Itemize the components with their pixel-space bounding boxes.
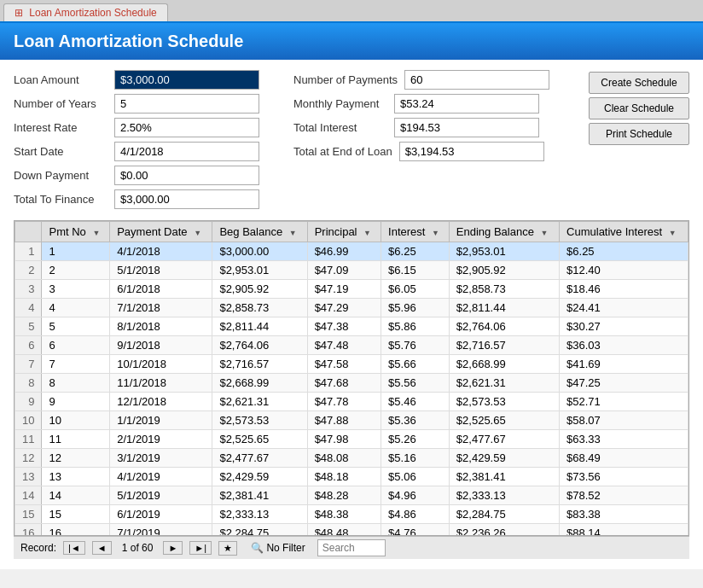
ending-balance-cell: $2,811.44 [449,299,559,317]
total-interest-label: Total Interest [293,121,387,134]
col-principal[interactable]: Principal ▼ [307,222,381,242]
interest-rate-label: Interest Rate [14,121,107,134]
table-row[interactable]: 8811/1/2018$2,668.99$47.68$5.56$2,621.31… [15,374,688,393]
payment-date-cell: 7/1/2018 [110,299,212,317]
table-row[interactable]: 669/1/2018$2,764.06$47.48$5.76$2,716.57$… [15,336,688,355]
ending-balance-cell: $2,716.57 [449,336,559,355]
total-end-loan-input[interactable] [399,142,544,161]
row-number: 1 [15,242,42,261]
principal-cell: $47.58 [307,355,381,374]
ending-balance-cell: $2,381.41 [449,468,559,486]
create-schedule-button[interactable]: Create Schedule [589,72,689,94]
cumulative-interest-cell: $78.52 [560,486,688,505]
num-years-input[interactable] [114,94,259,114]
buttons-col: Create Schedule Clear Schedule Print Sch… [589,70,689,145]
row-number: 5 [15,317,42,336]
table-row[interactable]: 10101/1/2019$2,573.53$47.88$5.36$2,525.6… [15,411,688,430]
row-number: 2 [15,261,42,280]
total-to-finance-input[interactable] [114,189,259,209]
interest-rate-input[interactable] [114,118,259,137]
table-row[interactable]: 13134/1/2019$2,429.59$48.18$5.06$2,381.4… [15,468,688,486]
payment-date-cell: 11/1/2018 [110,374,212,393]
cumulative-interest-cell: $30.27 [560,317,688,336]
principal-cell: $48.08 [307,449,381,468]
print-schedule-button[interactable]: Print Schedule [589,123,689,145]
table-row[interactable]: 11112/1/2019$2,525.65$47.98$5.26$2,477.6… [15,430,688,449]
page-title: Loan Amortization Schedule [14,32,243,50]
principal-cell: $47.19 [307,280,381,299]
amortization-table-container: Pmt No ▼ Payment Date ▼ Beg Balance ▼ Pr… [14,220,689,536]
left-form-col: Loan Amount Number of Years Interest Rat… [14,70,259,213]
ending-balance-cell: $2,525.65 [449,411,559,430]
ending-balance-cell: $2,333.13 [449,486,559,505]
col-beg-balance[interactable]: Beg Balance ▼ [212,222,307,242]
clear-schedule-button[interactable]: Clear Schedule [589,97,689,119]
table-row[interactable]: 7710/1/2018$2,716.57$47.58$5.66$2,668.99… [15,355,688,374]
principal-cell: $47.88 [307,411,381,430]
ending-balance-cell: $2,905.92 [449,261,559,280]
principal-cell: $47.98 [307,430,381,449]
table-row[interactable]: 14145/1/2019$2,381.41$48.28$4.96$2,333.1… [15,486,688,505]
col-ending-balance[interactable]: Ending Balance ▼ [449,222,559,242]
beg-balance-cell: $2,429.59 [212,468,307,486]
cumulative-interest-cell: $47.25 [560,374,688,393]
ending-balance-cell: $2,621.31 [449,374,559,393]
nav-next-button[interactable]: ► [163,541,183,555]
nav-last-button[interactable]: ►| [189,541,212,555]
interest-cell: $4.86 [381,505,450,524]
col-pmt-no[interactable]: Pmt No ▼ [42,222,110,242]
table-row[interactable]: 114/1/2018$3,000.00$46.99$6.25$2,953.01$… [15,242,688,261]
start-date-input[interactable] [114,142,259,161]
monthly-payment-input[interactable] [394,94,539,114]
principal-cell: $47.48 [307,336,381,355]
footer-bar: Record: |◄ ◄ 1 of 60 ► ►| ★ 🔍 No Filter [14,536,689,559]
nav-prev-button[interactable]: ◄ [92,541,112,555]
nav-first-button[interactable]: |◄ [63,541,85,555]
search-input[interactable] [317,539,386,556]
loan-amount-input[interactable] [114,70,259,90]
pmt-no-cell: 6 [42,336,110,355]
interest-cell: $4.96 [381,486,450,505]
col-payment-date[interactable]: Payment Date ▼ [110,222,212,242]
tab-loan-amortization[interactable]: ⊞ Loan Amortization Schedule [3,3,168,21]
total-interest-input[interactable] [394,118,539,137]
interest-cell: $5.76 [381,336,450,355]
table-row[interactable]: 336/1/2018$2,905.92$47.19$6.05$2,858.73$… [15,280,688,299]
payment-date-cell: 2/1/2019 [110,430,212,449]
nav-new-button[interactable]: ★ [218,541,237,556]
pmt-no-cell: 12 [42,449,110,468]
pmt-no-cell: 15 [42,505,110,524]
table-row[interactable]: 225/1/2018$2,953.01$47.09$6.15$2,905.92$… [15,261,688,280]
pmt-no-cell: 5 [42,317,110,336]
payment-date-cell: 3/1/2019 [110,449,212,468]
page-header: Loan Amortization Schedule [0,23,703,60]
pmt-no-cell: 3 [42,280,110,299]
beg-balance-cell: $2,668.99 [212,374,307,393]
row-number: 14 [15,486,42,505]
table-row[interactable]: 447/1/2018$2,858.73$47.29$5.96$2,811.44$… [15,299,688,317]
beg-balance-cell: $2,573.53 [212,411,307,430]
record-current: 1 of 60 [122,542,154,554]
principal-cell: $48.18 [307,468,381,486]
table-row[interactable]: 16167/1/2019$2,284.75$48.48$4.76$2,236.2… [15,524,688,537]
principal-cell: $48.28 [307,486,381,505]
principal-cell: $48.38 [307,505,381,524]
row-num-header [15,222,42,242]
table-row[interactable]: 12123/1/2019$2,477.67$48.08$5.16$2,429.5… [15,449,688,468]
cumulative-interest-cell: $88.14 [560,524,688,537]
col-interest[interactable]: Interest ▼ [381,222,450,242]
cumulative-interest-cell: $18.46 [560,280,688,299]
row-number: 13 [15,468,42,486]
payment-date-cell: 9/1/2018 [110,336,212,355]
row-number: 6 [15,336,42,355]
total-end-loan-label: Total at End of Loan [293,145,392,158]
payment-date-cell: 4/1/2018 [110,242,212,261]
table-row[interactable]: 15156/1/2019$2,333.13$48.38$4.86$2,284.7… [15,505,688,524]
row-number: 11 [15,430,42,449]
num-payments-input[interactable] [404,70,549,90]
down-payment-input[interactable] [114,166,259,185]
start-date-label: Start Date [14,145,107,158]
col-cumulative-interest[interactable]: Cumulative Interest ▼ [560,222,688,242]
table-row[interactable]: 9912/1/2018$2,621.31$47.78$5.46$2,573.53… [15,393,688,411]
table-row[interactable]: 558/1/2018$2,811.44$47.38$5.86$2,764.06$… [15,317,688,336]
